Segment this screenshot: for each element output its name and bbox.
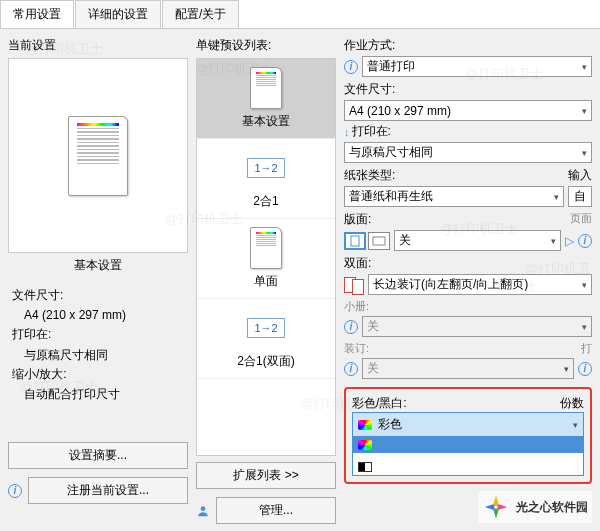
file-size-label: 文件尺寸: [12, 286, 184, 305]
file-size-dropdown[interactable]: A4 (210 x 297 mm)▾ [344, 100, 592, 121]
scale-value: 自动配合打印尺寸 [12, 385, 184, 404]
chevron-down-icon: ▾ [582, 106, 587, 116]
svg-rect-2 [373, 237, 385, 245]
booklet-dropdown[interactable]: 关▾ [362, 316, 592, 337]
brand-watermark: 光之心软件园 [478, 491, 592, 523]
expand-list-button[interactable]: 扩展列表 >> [196, 462, 336, 489]
page-icon [250, 67, 282, 109]
chevron-down-icon: ▾ [582, 148, 587, 158]
color-mode-options [352, 437, 584, 476]
bw-swatch-icon [358, 462, 372, 472]
print-on-label: 打印在: [352, 123, 391, 140]
color-option-color[interactable] [353, 437, 583, 453]
paper-type-label: 纸张类型: [344, 167, 395, 184]
play-icon[interactable]: ▷ [565, 234, 574, 248]
color-mode-label: 彩色/黑白: [352, 395, 407, 412]
preset-label: 2合1(双面) [237, 353, 294, 370]
nin1-icon: 1→2 [247, 318, 284, 338]
preset-basic[interactable]: 基本设置 [197, 59, 335, 139]
tab-common[interactable]: 常用设置 [0, 0, 74, 28]
input-tray-label: 输入 [568, 167, 592, 184]
info-icon[interactable]: i [8, 484, 22, 498]
chevron-down-icon: ▾ [564, 364, 569, 374]
preview-box [8, 58, 188, 253]
arrow-down-icon: ↓ [344, 126, 350, 138]
color-mode-highlight: 彩色/黑白: 份数 彩色 ▾ [344, 387, 592, 484]
layout-dropdown[interactable]: 关▾ [394, 230, 561, 251]
tab-config[interactable]: 配置/关于 [162, 0, 239, 28]
preset-single[interactable]: 单面 [197, 219, 335, 299]
current-settings-label: 当前设置 [8, 37, 188, 54]
color-option-bw[interactable] [353, 459, 583, 475]
staple-label: 装订: [344, 341, 369, 356]
preset-label: 基本设置 [242, 113, 290, 130]
chevron-down-icon: ▾ [554, 192, 559, 202]
register-settings-button[interactable]: 注册当前设置... [28, 477, 188, 504]
punch-label: 打 [581, 341, 592, 356]
duplex-icon [344, 277, 364, 293]
print-on-value: 与原稿尺寸相同 [12, 346, 184, 365]
info-icon[interactable]: i [344, 362, 358, 376]
nin1-icon: 1→2 [247, 158, 284, 178]
chevron-down-icon: ▾ [582, 280, 587, 290]
manage-button[interactable]: 管理... [216, 497, 336, 524]
color-swatch-icon [358, 420, 372, 430]
settings-info: 文件尺寸: A4 (210 x 297 mm) 打印在: 与原稿尺寸相同 缩小/… [8, 278, 188, 412]
info-icon[interactable]: i [344, 60, 358, 74]
color-mode-value: 彩色 [378, 416, 402, 433]
job-type-label: 作业方式: [344, 37, 592, 54]
preset-label: 单面 [254, 273, 278, 290]
chevron-down-icon: ▾ [551, 236, 556, 246]
info-icon[interactable]: i [578, 234, 592, 248]
scale-label: 缩小/放大: [12, 365, 184, 384]
file-size-label: 文件尺寸: [344, 81, 592, 98]
summary-button[interactable]: 设置摘要... [8, 442, 188, 469]
page-preview-icon [68, 116, 128, 196]
preset-2in1-duplex[interactable]: 1→2 2合1(双面) [197, 299, 335, 379]
color-swatch-icon [358, 440, 372, 450]
booklet-label: 小册: [344, 299, 592, 314]
input-tray-dropdown[interactable]: 自 [568, 186, 592, 207]
preset-label: 2合1 [253, 193, 278, 210]
file-size-value: A4 (210 x 297 mm) [12, 306, 184, 325]
chevron-down-icon: ▾ [573, 420, 578, 430]
portrait-button[interactable] [344, 232, 366, 250]
tab-bar: 常用设置 详细的设置 配置/关于 [0, 0, 600, 29]
preset-list[interactable]: 基本设置 1→2 2合1 单面 1→2 2合1(双面) [196, 58, 336, 456]
color-mode-dropdown[interactable]: 彩色 ▾ [352, 412, 584, 437]
staple-dropdown[interactable]: 关▾ [362, 358, 574, 379]
info-icon[interactable]: i [578, 362, 592, 376]
landscape-button[interactable] [368, 232, 390, 250]
layout-label: 版面: [344, 211, 371, 228]
svg-point-3 [494, 505, 498, 509]
print-on-dropdown[interactable]: 与原稿尺寸相同▾ [344, 142, 592, 163]
user-icon [196, 504, 210, 518]
orientation-toggle [344, 232, 390, 250]
info-icon[interactable]: i [344, 320, 358, 334]
preset-list-label: 单键预设列表: [196, 37, 336, 54]
page-icon [250, 227, 282, 269]
paper-type-dropdown[interactable]: 普通纸和再生纸▾ [344, 186, 564, 207]
preset-2in1[interactable]: 1→2 2合1 [197, 139, 335, 219]
duplex-dropdown[interactable]: 长边装订(向左翻页/向上翻页)▾ [368, 274, 592, 295]
svg-rect-1 [351, 236, 359, 246]
chevron-down-icon: ▾ [582, 322, 587, 332]
tab-detailed[interactable]: 详细的设置 [75, 0, 161, 28]
print-on-label: 打印在: [12, 325, 184, 344]
job-type-dropdown[interactable]: 普通打印▾ [362, 56, 592, 77]
duplex-label: 双面: [344, 255, 592, 272]
preview-caption: 基本设置 [8, 253, 188, 278]
chevron-down-icon: ▾ [582, 62, 587, 72]
copies-label: 份数 [560, 395, 584, 412]
brand-text: 光之心软件园 [516, 499, 588, 516]
svg-point-0 [201, 506, 206, 511]
brand-logo-icon [482, 493, 510, 521]
page-order-label: 页面 [570, 211, 592, 228]
